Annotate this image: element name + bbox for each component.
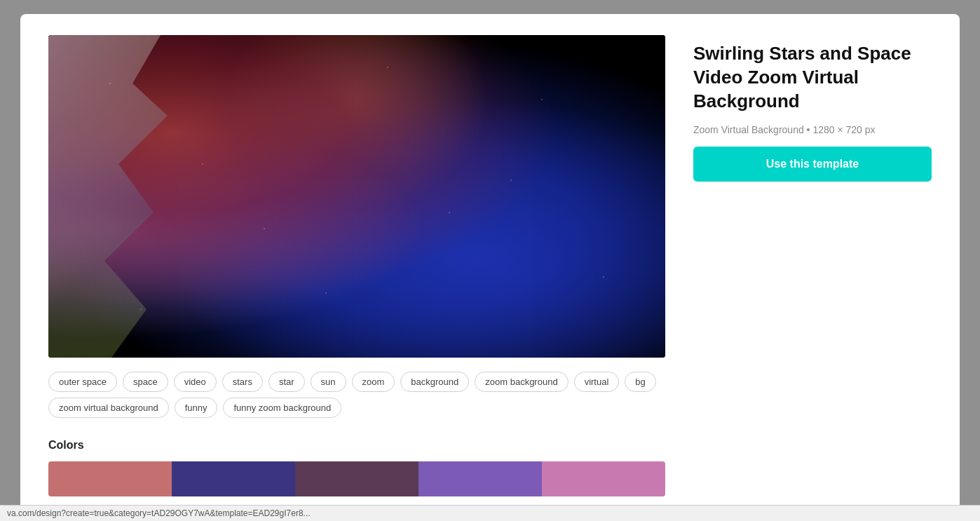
color-swatch[interactable]	[542, 461, 665, 496]
tags-section: outer spacespacevideostarsstarsunzoombac…	[48, 372, 665, 418]
tag[interactable]: outer space	[48, 372, 117, 392]
tag[interactable]: sun	[311, 372, 346, 392]
preview-image	[48, 35, 665, 358]
status-bar: va.com/design?create=true&category=tAD29…	[0, 505, 980, 521]
space-background	[48, 35, 665, 358]
color-swatch[interactable]	[172, 461, 295, 496]
tag[interactable]: zoom virtual background	[48, 398, 169, 418]
left-panel: outer spacespacevideostarsstarsunzoombac…	[48, 35, 665, 496]
colors-section: Colors	[48, 439, 665, 496]
tag[interactable]: video	[174, 372, 217, 392]
modal: outer spacespacevideostarsstarsunzoombac…	[20, 14, 960, 521]
tag[interactable]: virtual	[574, 372, 620, 392]
use-template-button[interactable]: Use this template	[693, 147, 932, 182]
color-swatch[interactable]	[48, 461, 172, 496]
color-swatches	[48, 461, 665, 496]
tag[interactable]: funny zoom background	[223, 398, 341, 418]
distortion-overlay	[48, 35, 189, 358]
tag[interactable]: star	[268, 372, 305, 392]
tag[interactable]: zoom	[352, 372, 395, 392]
colors-label: Colors	[48, 439, 665, 452]
template-meta: Zoom Virtual Background • 1280 × 720 px	[693, 124, 932, 135]
tag[interactable]: stars	[222, 372, 263, 392]
color-swatch[interactable]	[418, 461, 542, 496]
color-swatch[interactable]	[295, 461, 418, 496]
status-url: va.com/design?create=true&category=tAD29…	[7, 508, 311, 518]
tag[interactable]: space	[123, 372, 168, 392]
tag[interactable]: background	[400, 372, 469, 392]
tag[interactable]: funny	[175, 398, 218, 418]
right-panel: Swirling Stars and Space Video Zoom Virt…	[693, 35, 932, 496]
tag[interactable]: zoom background	[475, 372, 568, 392]
modal-overlay: outer spacespacevideostarsstarsunzoombac…	[0, 0, 980, 521]
tag[interactable]: bg	[625, 372, 655, 392]
template-title: Swirling Stars and Space Video Zoom Virt…	[693, 42, 932, 113]
